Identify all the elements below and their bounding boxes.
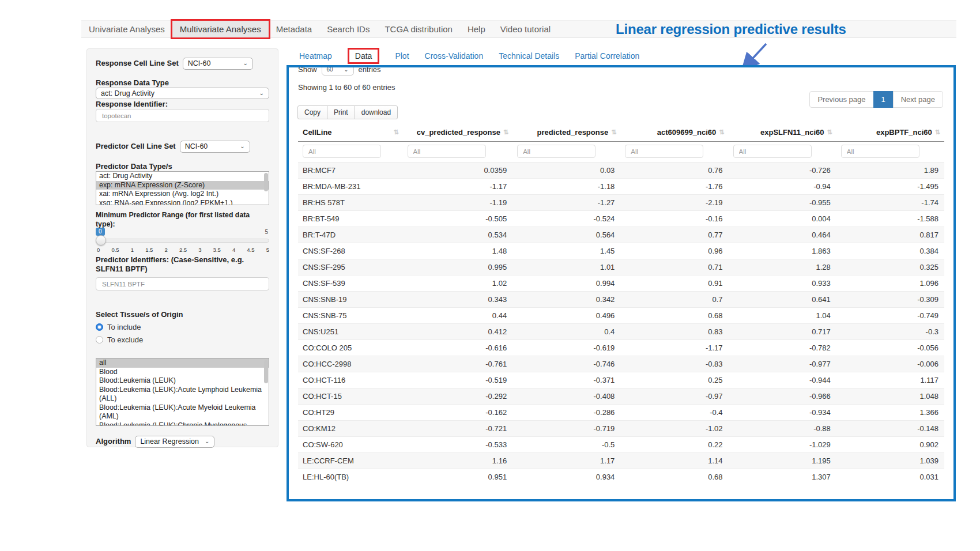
to-include-label: To include <box>107 323 141 331</box>
nav-item-multivariate-analyses[interactable]: Multivariate Analyses <box>172 21 269 37</box>
cell-value: 0.641 <box>729 292 836 308</box>
column-header-cellline[interactable]: CellLine⇅ <box>298 124 403 142</box>
cell-value: -0.16 <box>620 211 728 227</box>
download-button[interactable]: download <box>355 105 398 119</box>
scrollbar-thumb[interactable] <box>264 360 268 383</box>
nav-item-univariate-analyses[interactable]: Univariate Analyses <box>81 21 172 37</box>
predictor-data-type-options: act: Drug Activityexp: mRNA Expression (… <box>96 172 269 205</box>
page-1-button[interactable]: 1 <box>873 91 894 108</box>
tab-plot[interactable]: Plot <box>395 51 409 61</box>
cell-cellline: CO:HCT-15 <box>298 388 403 405</box>
cell-value: 0.995 <box>403 259 513 276</box>
column-header-expslfn11-nci60[interactable]: expSLFN11_nci60⇅ <box>729 124 836 142</box>
option-blood-leukemia-leuk-acute-myeloid-leukemia-aml[interactable]: Blood:Leukemia (LEUK):Acute Myeloid Leuk… <box>96 403 269 421</box>
algorithm-select[interactable]: Linear Regression ⌄ <box>135 436 214 448</box>
option-blood-leukemia-leuk-acute-lymphoid-leukemia-all[interactable]: Blood:Leukemia (LEUK):Acute Lymphoid Leu… <box>96 386 269 403</box>
response-data-type-label: Response Data Type <box>96 78 269 88</box>
table-row: BR:MDA-MB-231-1.17-1.18-1.76-0.94-1.495 <box>298 179 944 195</box>
response-identifier-input[interactable] <box>96 109 269 122</box>
cell-value: 0.22 <box>620 437 728 453</box>
to-include-radio[interactable] <box>96 323 103 331</box>
option-blood[interactable]: Blood <box>96 368 269 377</box>
option-all[interactable]: all <box>96 358 269 368</box>
column-header-expbptf-nci60[interactable]: expBPTF_nci60⇅ <box>836 124 944 142</box>
sort-icon: ⇅ <box>611 129 616 136</box>
chevron-down-icon: ⌄ <box>243 61 247 66</box>
cell-value: -0.934 <box>729 405 836 421</box>
cell-value: -0.94 <box>729 179 836 195</box>
cell-cellline: CO:KM12 <box>298 421 403 437</box>
filter-input-expslfn11-nci60[interactable] <box>733 145 812 158</box>
nav-item-search-ids[interactable]: Search IDs <box>319 21 377 37</box>
tissue-origin-list[interactable]: allBloodBlood:Leukemia (LEUK)Blood:Leuke… <box>96 358 269 426</box>
column-header-act609699-nci60[interactable]: act609699_nci60⇅ <box>620 124 728 142</box>
slider-handle[interactable] <box>96 235 106 246</box>
nav-item-metadata[interactable]: Metadata <box>269 21 320 37</box>
predictor-data-type-list[interactable]: act: Drug Activityexp: mRNA Expression (… <box>96 171 269 205</box>
cell-value: 1.45 <box>512 243 620 259</box>
option-xsq-rna-seq-expression-log2-fpkm-1[interactable]: xsq: RNA-seq Expression (log2 FPKM+1.) <box>96 199 269 206</box>
scrollbar-thumb[interactable] <box>264 173 268 191</box>
cell-value: -0.006 <box>836 356 944 372</box>
slider-value-badge: 0 <box>96 228 105 236</box>
option-blood-leukemia-leuk[interactable]: Blood:Leukemia (LEUK) <box>96 376 269 386</box>
copy-button[interactable]: Copy <box>297 105 327 119</box>
cell-cellline: CNS:SNB-75 <box>298 308 403 324</box>
predictor-identifiers-input[interactable] <box>96 277 269 290</box>
column-label-expbptf-nci60: expBPTF_nci60 <box>876 128 932 137</box>
slider-tick-0-5: 0.5 <box>111 247 119 253</box>
option-exp-mrna-expression-z-score[interactable]: exp: mRNA Expression (Z-Score) <box>96 181 269 190</box>
cell-value: 0.7 <box>620 292 728 308</box>
response-data-type-select[interactable]: act: Drug Activity ⌄ <box>96 88 269 99</box>
tab-heatmap[interactable]: Heatmap <box>299 51 332 61</box>
predictor-data-types-label: Predictor Data Type/s <box>96 162 269 171</box>
column-header-cv-predicted-response[interactable]: cv_predicted_response⇅ <box>403 124 513 142</box>
to-exclude-radio[interactable] <box>96 336 103 344</box>
cell-value: 0.817 <box>836 227 944 243</box>
cell-value: 0.77 <box>620 227 728 243</box>
pagination: Previous page 1 Next page <box>810 91 943 108</box>
table-row: CNS:SNB-190.3430.3420.70.641-0.309 <box>298 292 944 308</box>
column-header-predicted-response[interactable]: predicted_response⇅ <box>512 124 620 142</box>
predictor-cell-line-set-select[interactable]: NCI-60 ⌄ <box>180 141 250 153</box>
filter-input-cellline[interactable] <box>303 145 381 158</box>
sort-icon: ⇅ <box>503 129 508 136</box>
min-predictor-range-slider[interactable]: 0 5 00.511.522.533.544.55 <box>96 228 269 254</box>
tab-data[interactable]: Data <box>349 50 378 62</box>
table-row: BR:BT-549-0.505-0.524-0.160.004-1.588 <box>298 211 944 227</box>
sort-icon: ⇅ <box>393 129 398 136</box>
nav-item-video-tutorial[interactable]: Video tutorial <box>493 21 558 37</box>
previous-page-button[interactable]: Previous page <box>809 91 873 108</box>
tab-cross-validation[interactable]: Cross-Validation <box>425 51 484 61</box>
filter-input-expbptf-nci60[interactable] <box>841 145 919 158</box>
cell-value: 0.68 <box>620 308 728 324</box>
option-xai-mrna-expression-avg-log2-int[interactable]: xai: mRNA Expression (Avg. log2 Int.) <box>96 190 269 199</box>
show-entries-select[interactable]: 60 ⌄ <box>322 65 354 76</box>
table-row: CNS:SNB-750.440.4960.681.04-0.749 <box>298 308 944 324</box>
filter-input-predicted-response[interactable] <box>517 145 595 158</box>
nav-item-tcga-distribution[interactable]: TCGA distribution <box>377 21 460 37</box>
print-button[interactable]: Print <box>327 105 355 119</box>
tab-partial-correlation[interactable]: Partial Correlation <box>575 51 639 61</box>
cell-value: -0.955 <box>729 195 836 211</box>
table-row: LE:CCRF-CEM1.161.171.141.1951.039 <box>298 453 944 469</box>
filter-input-cv-predicted-response[interactable] <box>408 145 486 158</box>
slider-tick-4-5: 4.5 <box>247 247 254 253</box>
cell-value: 0.902 <box>836 437 944 453</box>
column-label-expslfn11-nci60: expSLFN11_nci60 <box>760 128 824 137</box>
response-cell-line-set-select[interactable]: NCI-60 ⌄ <box>183 58 253 70</box>
nav-item-help[interactable]: Help <box>460 21 493 37</box>
filter-input-act609699-nci60[interactable] <box>625 145 703 158</box>
table-row: CO:COLO 205-0.616-0.619-1.17-0.782-0.056 <box>298 340 944 356</box>
cell-value: 1.02 <box>403 276 513 292</box>
cell-value: 0.951 <box>403 469 513 485</box>
option-blood-leukemia-leuk-chronic-myelogenous-leukemia-cml[interactable]: Blood:Leukemia (LEUK):Chronic Myelogenou… <box>96 421 269 427</box>
cell-value: -0.719 <box>512 421 620 437</box>
entries-label: entries <box>359 65 381 74</box>
next-page-button[interactable]: Next page <box>893 91 943 108</box>
cell-value: -0.162 <box>403 405 513 421</box>
cell-cellline: CNS:SF-539 <box>298 276 403 292</box>
option-act-drug-activity[interactable]: act: Drug Activity <box>96 172 269 181</box>
tab-technical-details[interactable]: Technical Details <box>499 51 559 61</box>
slider-track[interactable] <box>96 239 269 243</box>
